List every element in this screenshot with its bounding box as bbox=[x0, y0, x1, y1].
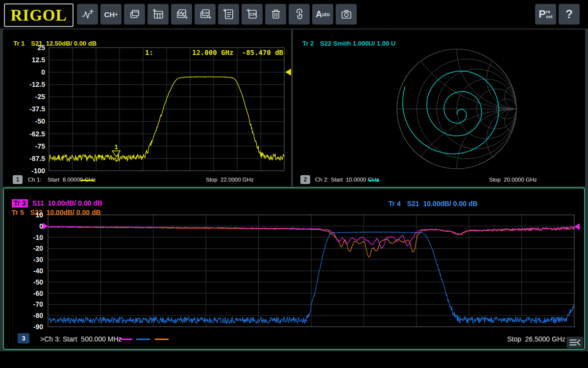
trace5-label: Tr 5 bbox=[12, 209, 24, 216]
y-axis-tick-label: 12.5 bbox=[25, 56, 45, 64]
trace4-params: S21 10.00dB/ 0.00 dB bbox=[407, 200, 478, 208]
camera-icon bbox=[340, 8, 353, 21]
y-axis-tick-label: 10 bbox=[24, 211, 43, 219]
delete-button[interactable] bbox=[265, 4, 286, 25]
auto-label-rest: uto bbox=[322, 12, 330, 17]
y-axis-tick-label: -25 bbox=[25, 93, 45, 101]
preset-label-p: P bbox=[539, 8, 546, 21]
trace1-header[interactable]: Tr 1S21 12.50dB/ 0.00 dB bbox=[10, 32, 97, 47]
trace2-header[interactable]: Tr 2S22 Smith 1.000U/ 1.00 U bbox=[299, 32, 395, 47]
trace5-color-swatch bbox=[155, 339, 169, 340]
trace5-header[interactable]: Tr 5S22 10.00dB/ 0.00 dB bbox=[8, 201, 101, 216]
channel1-footer-label: Ch 1: bbox=[28, 177, 42, 183]
y-axis-tick-label: -40 bbox=[24, 267, 43, 275]
marker1-value: -85.470 dB bbox=[229, 49, 283, 56]
copy-channel-button[interactable]: CH bbox=[242, 4, 263, 25]
window-layout-button[interactable] bbox=[124, 4, 145, 25]
y-axis-tick-label: -70 bbox=[24, 300, 43, 308]
auto-scale-button[interactable]: Auto bbox=[312, 4, 333, 25]
y-axis-tick-label: -50 bbox=[25, 117, 45, 125]
waveform-plus-icon bbox=[81, 8, 95, 21]
channel1-stop-frequency[interactable]: Stop 22.0000 GHz bbox=[206, 177, 247, 183]
marker1-frequency: 12.000 GHz bbox=[192, 49, 233, 56]
trace1-label: Tr 1 bbox=[13, 40, 24, 47]
table-plus-icon bbox=[151, 8, 165, 21]
y-axis-tick-label: -75 bbox=[25, 142, 45, 150]
y-axis-tick-label: -20 bbox=[24, 244, 43, 252]
channel1-badge[interactable]: 1 bbox=[13, 175, 23, 184]
y-axis-tick-label: -30 bbox=[24, 256, 43, 263]
y-axis-tick-label: -60 bbox=[24, 289, 43, 297]
channel2-panel[interactable] bbox=[293, 29, 585, 186]
add-trace-button[interactable] bbox=[77, 4, 98, 25]
y-axis-tick-label: -12.5 bbox=[25, 80, 45, 88]
channel-window-plus-icon: CH bbox=[198, 8, 212, 21]
add-channel-label: CH bbox=[104, 10, 115, 19]
status-bar: Tr 3|Ch 3|Internal Trig|Continuous|BW=1 … bbox=[0, 351, 588, 368]
preset-button[interactable]: P re set bbox=[535, 4, 556, 25]
trace1-color-swatch bbox=[81, 180, 94, 181]
y-axis-tick-label: -50 bbox=[24, 278, 43, 286]
y-axis-tick-label: 25 bbox=[25, 44, 45, 52]
channel-clipboard-plus-icon: CH bbox=[245, 8, 259, 21]
y-axis-tick-label: -90 bbox=[24, 323, 43, 331]
touch-button[interactable] bbox=[289, 4, 310, 25]
y-axis-tick-label: -100 bbox=[25, 167, 45, 175]
trace4-color-swatch bbox=[136, 339, 150, 340]
y-axis-tick-label: -37.5 bbox=[25, 105, 45, 113]
trace-window-plus-icon bbox=[175, 8, 189, 21]
touch-icon bbox=[293, 8, 306, 21]
add-table-button[interactable] bbox=[147, 4, 169, 25]
svg-text:CH: CH bbox=[249, 12, 256, 17]
trace4-header[interactable]: Tr 4S21 10.00dB/ 0.00 dB bbox=[385, 192, 478, 208]
add-trace-window-button[interactable] bbox=[171, 4, 192, 25]
y-axis-tick-label: 0 bbox=[25, 68, 45, 76]
channel3-badge[interactable]: 3 bbox=[18, 333, 29, 343]
menu-collapse-icon bbox=[568, 338, 581, 347]
toolbar: RIGOL CH+ bbox=[0, 0, 588, 28]
marker1-id: 1: bbox=[145, 49, 153, 56]
rigol-logo: RIGOL bbox=[4, 3, 74, 27]
channel2-stop-frequency[interactable]: Stop 20.0000 GHz bbox=[489, 177, 530, 183]
y-axis-tick-label: -10 bbox=[24, 234, 43, 241]
y-axis-tick-label: 0 bbox=[24, 222, 43, 230]
svg-text:CH: CH bbox=[203, 11, 209, 15]
channel3-stop-frequency[interactable]: Stop 26.5000 GHz bbox=[505, 335, 565, 343]
trace2-params: S22 Smith 1.000U/ 1.00 U bbox=[320, 40, 395, 47]
trace2-label: Tr 2 bbox=[302, 40, 314, 47]
add-channel-button[interactable]: CH+ bbox=[100, 4, 122, 25]
checklist-plus-icon bbox=[222, 8, 236, 21]
channel3-footer-label: >Ch 3: bbox=[40, 335, 61, 343]
help-button[interactable]: ? bbox=[559, 4, 580, 25]
y-axis-tick-label: -80 bbox=[24, 312, 43, 319]
auto-label-a: A bbox=[316, 9, 322, 20]
help-label: ? bbox=[565, 7, 573, 21]
add-trace-list-button[interactable] bbox=[218, 4, 239, 25]
y-axis-tick-label: -62.5 bbox=[25, 130, 45, 138]
plus-glyph: + bbox=[115, 11, 118, 17]
collapse-menu-button[interactable] bbox=[566, 337, 583, 348]
channel3-start-frequency[interactable]: Start 500.000 MHz bbox=[63, 335, 122, 343]
screenshot-button[interactable] bbox=[336, 4, 357, 25]
toolbar-buttons: CH+ bbox=[77, 4, 357, 25]
y-axis-tick-label: -87.5 bbox=[25, 155, 45, 162]
window-stack-icon bbox=[128, 8, 142, 21]
vna-screen: { "app": {"brand": "RIGOL"}, "colors": {… bbox=[0, 0, 588, 368]
trash-icon bbox=[269, 8, 283, 21]
channel2-footer-label: Ch 2: bbox=[315, 177, 329, 183]
trace2-color-swatch bbox=[368, 180, 379, 181]
preset-label-set: set bbox=[546, 14, 553, 19]
channel2-badge[interactable]: 2 bbox=[300, 175, 310, 184]
trace3-color-swatch bbox=[119, 339, 132, 340]
trace4-label: Tr 4 bbox=[389, 200, 401, 208]
add-channel-window-button[interactable]: CH bbox=[195, 4, 216, 25]
